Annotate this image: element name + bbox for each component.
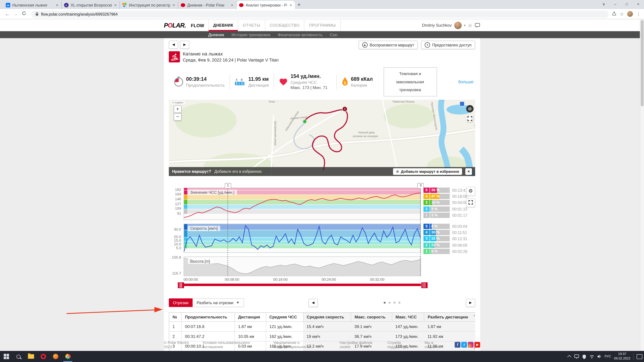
youtube-icon[interactable]: ▶ [474, 342, 480, 348]
maximize-icon[interactable]: □ [621, 0, 632, 9]
volume-icon[interactable] [597, 354, 602, 359]
table-scroll-up-icon[interactable]: ▲ [473, 314, 476, 316]
tab-close-icon[interactable]: × [289, 3, 292, 7]
laps-column-header[interactable]: Продолжительность [182, 312, 234, 322]
twitter-icon[interactable]: t [461, 342, 467, 348]
laps-tab-button[interactable]: Отрезки [169, 298, 193, 307]
subnav-item[interactable]: Физическая активность [278, 31, 322, 38]
flow-wordmark[interactable]: FLOW [191, 23, 204, 28]
browser-tab[interactable]: Дневник - Polar Flow× [178, 1, 237, 9]
map-layer-icon[interactable] [460, 101, 464, 106]
browser-tab[interactable]: CXL открытая Всероссийская мас× [62, 1, 120, 9]
user-caret-icon[interactable]: ▾ [464, 24, 466, 27]
more-link[interactable]: больше [458, 79, 474, 84]
training-charts[interactable]: ⚙ Значение ЧСС [уд./мин.]182164146127109… [169, 183, 475, 293]
map-zoom-out-button[interactable]: − [174, 113, 182, 120]
nav-item-дневник[interactable]: ДНЕВНИК [208, 19, 238, 31]
action-center-icon[interactable] [636, 354, 642, 359]
prev-session-button[interactable]: ◀ [169, 40, 178, 49]
next-session-button[interactable]: ▶ [180, 40, 189, 49]
browser-profile-avatar[interactable] [627, 11, 633, 17]
wifi-icon[interactable] [589, 355, 594, 359]
table-row[interactable]: 200:31:47.210.05 км162 уд./мин.19 км/ч36… [169, 331, 475, 341]
footer-link[interactable]: Служба поддержки [388, 341, 418, 349]
laps-column-header[interactable]: Разбить дистанцию [424, 312, 475, 322]
chrome-icon[interactable] [62, 351, 74, 362]
scrollbar-thumb[interactable] [641, 20, 644, 106]
tab-close-icon[interactable]: × [56, 3, 59, 7]
map-fullscreen-icon[interactable] [466, 115, 473, 122]
opera-icon[interactable] [37, 351, 49, 362]
page-scrollbar[interactable] [640, 19, 644, 351]
laps-page-dots[interactable] [384, 302, 400, 304]
replay-route-button[interactable]: ▶ Воспроизвести маршрут [358, 40, 418, 49]
file-explorer-icon[interactable] [25, 351, 37, 362]
subnav-item[interactable]: История тренировок [232, 31, 270, 38]
chart-settings-icon[interactable]: ⚙ [466, 187, 475, 196]
instagram-icon[interactable] [468, 342, 474, 348]
favorites-star-icon[interactable]: ☆ [468, 22, 472, 28]
tab-close-icon[interactable]: × [172, 3, 176, 7]
user-avatar[interactable] [454, 22, 462, 29]
shared-access-button[interactable]: ● Предоставлен доступ [421, 40, 475, 49]
nav-item-сообщество[interactable]: СООБЩЕСТВО [265, 19, 304, 31]
user-name[interactable]: Dmitriy Suchkov [422, 23, 452, 27]
table-row[interactable]: 100:07:16.81.87 км121 уд./мин.15.4 км/ч3… [169, 322, 475, 331]
route-marker-2[interactable]: 2 [342, 106, 348, 111]
language-indicator[interactable]: РУС [604, 355, 611, 358]
browser-tab[interactable]: VKНытвенская лыжня× [3, 1, 62, 9]
url-bar[interactable]: flow.polar.com/training/analysis/6993267… [31, 10, 609, 17]
split-laps-dropdown[interactable]: Разбить на отрезки ▼ [192, 298, 244, 307]
map-zoom-in-button[interactable]: + [174, 105, 182, 113]
footer-link[interactable]: Настройки файлов cookie [340, 341, 381, 349]
laps-column-header[interactable]: Дистанция [234, 312, 266, 322]
lap-marker-1[interactable]: 1 [224, 183, 231, 188]
site-footer: © Polar Electro 2022 Условия пользовател… [0, 341, 644, 349]
share-icon[interactable] [612, 10, 616, 17]
slider-handle-left[interactable] [178, 282, 184, 288]
footer-link[interactable]: Уведомление о конфиденциальности [273, 341, 333, 349]
map-settings-icon[interactable]: ⚙ [466, 105, 474, 112]
tab-close-icon[interactable]: × [114, 3, 117, 7]
laps-column-header[interactable]: Средняя скорость [303, 312, 351, 322]
browser-chevron-icon[interactable]: ∨ [598, 0, 610, 9]
slider-handle-right[interactable] [422, 282, 428, 288]
tray-expand-icon[interactable] [567, 355, 571, 359]
shield-icon[interactable] [582, 354, 586, 359]
laps-column-header[interactable]: Средняя ЧСС [266, 312, 303, 322]
chart-fullscreen-icon[interactable] [466, 198, 475, 207]
laps-page-prev-button[interactable]: ◀ [308, 299, 318, 307]
laps-column-header[interactable]: № [169, 312, 182, 322]
back-icon[interactable]: ← [3, 11, 12, 17]
bookmark-star-icon[interactable]: ☆ [620, 11, 624, 16]
facebook-icon[interactable]: f [455, 342, 460, 348]
laps-page-next-button[interactable]: ▶ [466, 299, 475, 307]
browser-menu-icon[interactable]: ⋮ [636, 11, 641, 16]
browser-tab[interactable]: Анализ тренировки - Polar Flow× [237, 1, 295, 9]
close-icon[interactable]: × [632, 0, 644, 9]
minimize-icon[interactable]: – [610, 0, 621, 9]
nav-item-программы[interactable]: ПРОГРАММЫ [304, 19, 341, 31]
taskbar-clock[interactable]: 19:37 09.02.2022 [614, 352, 630, 361]
new-tab-button[interactable]: + [295, 1, 303, 9]
laps-column-header[interactable]: Макс. скорость [351, 312, 392, 322]
polar-logo[interactable]: POLAR. [164, 22, 186, 29]
nav-item-отчеты[interactable]: ОТЧЕТЫ [238, 19, 265, 31]
banner-close-icon[interactable]: × [466, 168, 472, 175]
browser-app-icon[interactable] [49, 351, 62, 362]
browser-tab[interactable]: Инструкция по регистрации на× [120, 1, 178, 9]
add-route-favorite-button[interactable]: ☆ Добавьте маршрут в избранное [393, 168, 462, 175]
footer-link[interactable]: Условия пользовательского соглашения [202, 341, 267, 349]
display-icon[interactable] [574, 354, 579, 359]
route-map[interactable]: © mapbox + − ⚙ 2 ОсенЮжная улицаЮбилейна… [169, 99, 475, 176]
subnav-item[interactable]: Сон [330, 31, 338, 38]
tab-close-icon[interactable]: × [230, 3, 234, 7]
subnav-item[interactable]: Дневник [208, 31, 224, 38]
feedback-bubble-icon[interactable] [475, 23, 480, 28]
laps-column-header[interactable]: Макс. ЧСС [392, 312, 424, 322]
forward-icon[interactable]: → [12, 11, 20, 17]
taskbar-search-icon[interactable] [12, 351, 24, 362]
start-button[interactable] [0, 351, 12, 362]
lap-marker-3[interactable]: 3 [418, 183, 424, 188]
reload-icon[interactable] [20, 11, 28, 17]
